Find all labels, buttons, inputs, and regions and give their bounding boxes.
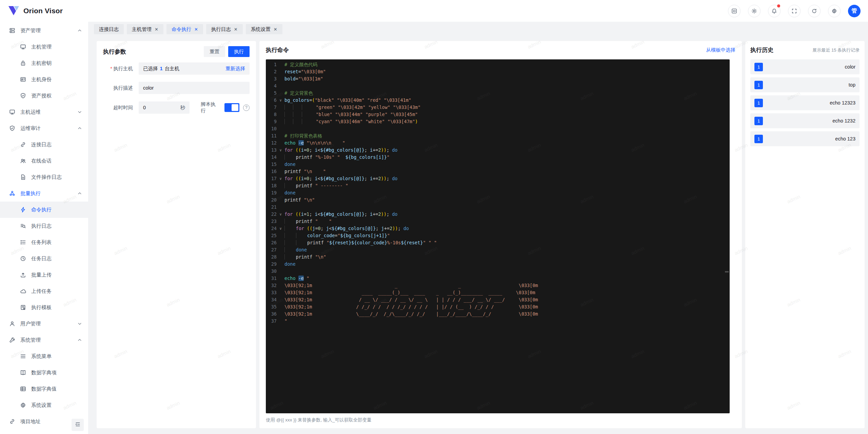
sidebar-item-command-execution[interactable]: 命令执行	[0, 202, 88, 218]
editor-line[interactable]: 12 echo -e "\n\n\n\n "	[266, 139, 730, 147]
sidebar-item-batch-upload[interactable]: 批量上传	[0, 267, 88, 283]
editor-line[interactable]: 35 \033[92;1m / /_/ / / / / /_/ / / / / …	[266, 303, 730, 310]
editor-line[interactable]: 24∨ for ((j=0; j<${#bg_colors[@]}; j+=2)…	[266, 225, 730, 232]
editor-line[interactable]: 19 done	[266, 189, 730, 196]
editor-line[interactable]: 36 \033[92;1m \____/_/ /_/\____/_/ /_/ |…	[266, 310, 730, 318]
code-window-button[interactable]	[728, 5, 741, 17]
refresh-button[interactable]	[808, 5, 821, 17]
editor-line[interactable]: 20 printf "\n"	[266, 196, 730, 204]
select-from-template-link[interactable]: 从模板中选择	[706, 47, 735, 53]
theme-sun-button[interactable]	[748, 5, 761, 17]
sidebar-item-task-list[interactable]: 任务列表	[0, 234, 88, 250]
editor-line[interactable]: 22∨for ((i=1; i<${#bg_colors[@]}; i+=2))…	[266, 211, 730, 218]
tab-connect-log[interactable]: 连接日志	[94, 24, 124, 34]
sidebar-collapse-button[interactable]	[72, 419, 84, 431]
tab-close-icon[interactable]: ✕	[274, 27, 277, 32]
editor-line[interactable]: 11 # 打印背景色表格	[266, 132, 730, 139]
editor-line[interactable]: 32 \033[92;1m _ _ \033[0m	[266, 282, 730, 289]
help-question-icon[interactable]: ?	[243, 105, 250, 111]
timeout-input[interactable]: 0 秒	[139, 101, 190, 114]
sidebar-item-execution-template[interactable]: 执行模板	[0, 299, 88, 316]
script-exec-toggle[interactable]	[224, 103, 239, 112]
editor-line[interactable]: 6∨bg_colors=("black" "\033[40m" "red" "\…	[266, 97, 730, 104]
editor-line[interactable]: 31 echo -e "	[266, 275, 730, 282]
command-code-editor[interactable]: 1 # 定义颜色代码2 reset="\033[0m"3 bold="\033[…	[266, 59, 730, 413]
editor-line[interactable]: 16 printf "\n "	[266, 168, 730, 175]
editor-line[interactable]: 37 "	[266, 318, 730, 325]
sidebar-item-batch-execution[interactable]: 批量执行	[0, 185, 88, 202]
editor-line[interactable]: 33 \033[92;1m ____ _____(_)___ ____ _ __…	[266, 289, 730, 296]
notification-bell-button[interactable]	[768, 5, 781, 17]
editor-line[interactable]: 23 printf " "	[266, 218, 730, 225]
editor-line[interactable]: 2 reset="\033[0m"	[266, 68, 730, 75]
editor-line[interactable]: 26 printf "${reset}${color_code}%-10s${r…	[266, 239, 730, 246]
sidebar-item-system-settings[interactable]: 系统设置	[0, 397, 88, 413]
editor-line[interactable]: 21	[266, 204, 730, 211]
sidebar-item-online-session[interactable]: 在线会话	[0, 153, 88, 169]
fold-chevron-icon[interactable]: ∨	[277, 225, 284, 232]
editor-line[interactable]: 10	[266, 125, 730, 132]
editor-line[interactable]: 9 "cyan" "\033[46m" "white" "\033[47m")	[266, 118, 730, 125]
editor-line[interactable]: 7 "green" "\033[42m" "yellow" "\033[43m"	[266, 104, 730, 111]
fold-chevron-icon[interactable]: ∨	[277, 147, 284, 154]
history-item[interactable]: 1echo 1232	[750, 113, 860, 128]
exec-host-field[interactable]: 已选择 1 台主机 重新选择	[139, 62, 250, 75]
fullscreen-button[interactable]	[788, 5, 801, 17]
fold-chevron-icon[interactable]: ∨	[277, 175, 284, 182]
history-item[interactable]: 1color	[750, 59, 860, 74]
sidebar-item-file-operation-log[interactable]: 文件操作日志	[0, 169, 88, 185]
settings-gear-button[interactable]	[828, 5, 841, 17]
tab-system-settings[interactable]: 系统设置✕	[246, 24, 282, 34]
user-avatar[interactable]: 管	[848, 5, 861, 17]
sidebar-item-system-menu[interactable]: 系统菜单	[0, 348, 88, 364]
execute-button[interactable]: 执行	[228, 46, 250, 57]
sidebar-item-host-management[interactable]: 主机管理	[0, 39, 88, 55]
tab-command-execution[interactable]: 命令执行✕	[166, 24, 203, 34]
fold-chevron-icon[interactable]: ∨	[277, 97, 284, 104]
editor-line[interactable]: 28 printf "\n"	[266, 253, 730, 261]
tab-close-icon[interactable]: ✕	[234, 27, 238, 32]
sidebar-item-upload-task[interactable]: 上传任务	[0, 283, 88, 299]
reset-button[interactable]: 重置	[204, 46, 225, 57]
sidebar-item-ops-audit[interactable]: 运维审计	[0, 120, 88, 136]
exec-description-input[interactable]: color	[139, 82, 250, 94]
editor-line[interactable]: 27 done	[266, 246, 730, 253]
fold-chevron-icon[interactable]: ∨	[277, 211, 284, 218]
sidebar-item-task-log[interactable]: 任务日志	[0, 250, 88, 267]
editor-line[interactable]: 14 printf "%-10s" " ${bg_colors[i]}"	[266, 154, 730, 161]
editor-line[interactable]: 13∨for ((i=0; i<${#bg_colors[@]}; i+=2))…	[266, 147, 730, 154]
editor-line[interactable]: 18 printf " -------- "	[266, 182, 730, 189]
sidebar-item-asset-management[interactable]: 资产管理	[0, 22, 88, 39]
sidebar-item-system-management[interactable]: 系统管理	[0, 332, 88, 348]
sidebar-item-dict-values[interactable]: 数据字典值	[0, 381, 88, 397]
sidebar-item-connect-log[interactable]: 连接日志	[0, 136, 88, 153]
history-item[interactable]: 1echo 123	[750, 131, 860, 146]
reselect-host-link[interactable]: 重新选择	[225, 65, 245, 72]
editor-line[interactable]: 3 bold="\033[1m"	[266, 75, 730, 82]
tab-host-management[interactable]: 主机管理✕	[127, 24, 163, 34]
editor-line[interactable]: 8 "blue" "\033[44m" "purple" "\033[45m"	[266, 111, 730, 118]
history-item[interactable]: 1echo 12323	[750, 95, 860, 110]
editor-line[interactable]: 4	[266, 82, 730, 90]
sidebar-item-host-keys[interactable]: 主机密钥	[0, 55, 88, 71]
history-item[interactable]: 1top	[750, 77, 860, 92]
tab-close-icon[interactable]: ✕	[155, 27, 158, 32]
editor-scrollbar-marker[interactable]	[725, 271, 729, 272]
editor-line[interactable]: 30	[266, 268, 730, 275]
sidebar-item-asset-authorization[interactable]: 资产授权	[0, 88, 88, 104]
editor-line[interactable]: 25 color_code="${bg_colors[j+1]}"	[266, 232, 730, 239]
editor-line[interactable]: 5 # 定义背景色	[266, 90, 730, 97]
editor-line[interactable]: 29 done	[266, 261, 730, 268]
editor-line[interactable]: 1 # 定义颜色代码	[266, 61, 730, 68]
tab-close-icon[interactable]: ✕	[194, 27, 198, 32]
sidebar-item-user-management[interactable]: 用户管理	[0, 316, 88, 332]
fold-gutter	[277, 246, 284, 253]
editor-line[interactable]: 15 done	[266, 161, 730, 168]
editor-line[interactable]: 34 \033[92;1m / __ \/ ___/ / __ \/ __ \ …	[266, 296, 730, 303]
sidebar-item-host-identity[interactable]: 主机身份	[0, 71, 88, 88]
editor-line[interactable]: 17∨for ((i=0; i<${#bg_colors[@]}; i+=2))…	[266, 175, 730, 182]
sidebar-item-host-ops[interactable]: 主机运维	[0, 104, 88, 120]
sidebar-item-execution-log[interactable]: 执行日志	[0, 218, 88, 234]
sidebar-item-dict-items[interactable]: 数据字典项	[0, 364, 88, 381]
tab-execution-log[interactable]: 执行日志✕	[206, 24, 243, 34]
